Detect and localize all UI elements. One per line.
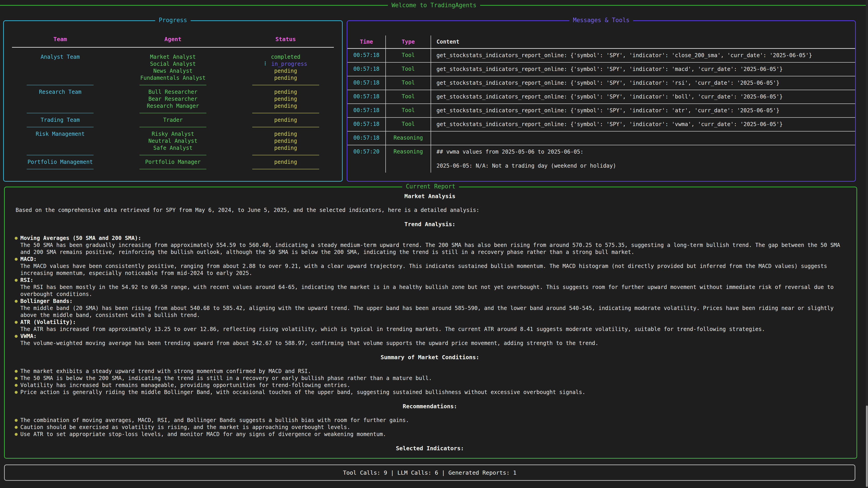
status-separator-line <box>252 85 319 86</box>
message-content-line: get_stockstats_indicators_report_online:… <box>436 93 851 100</box>
group-separator <box>4 113 342 113</box>
message-type: Tool <box>386 118 431 131</box>
bullet-text: The middle band (20 SMA) has been rising… <box>20 305 847 319</box>
bullet-icon <box>15 377 18 380</box>
bullet-icon <box>15 321 18 324</box>
column-header-content: Content <box>431 35 855 48</box>
status-separator-line <box>252 155 319 156</box>
bullet-icon <box>15 384 18 387</box>
progress-header-row: Team Agent Status <box>4 21 342 42</box>
bullet-icon <box>15 237 18 240</box>
agent-status: completed <box>229 54 342 61</box>
status-column: pendingpendingpending <box>229 89 342 109</box>
agent-column: Market AnalystSocial AnalystNews Analyst… <box>117 54 229 82</box>
team-name: Portfolio Management <box>4 159 117 166</box>
message-content-line: get_stockstats_indicators_report_online:… <box>436 52 851 59</box>
bullet-icon <box>15 370 18 373</box>
bullet-text: Use ATR to set appropriate stop-loss lev… <box>20 431 847 438</box>
progress-group-row: Analyst TeamMarket AnalystSocial Analyst… <box>4 54 342 82</box>
report-bullet: ATR (Volatility):The ATR has increased f… <box>12 319 847 333</box>
message-time: 00:57:20 <box>347 145 386 173</box>
report-bullet: Price action is generally riding the mid… <box>12 389 847 396</box>
message-content: ## vwma values from 2025-05-06 to 2025-0… <box>431 145 855 173</box>
report-bullet: Volatility has increased but remains man… <box>12 382 847 389</box>
report-bullet-list: The combination of moving averages, MACD… <box>12 417 847 438</box>
bullet-label: Bollinger Bands: <box>20 298 847 305</box>
message-content: get_stockstats_indicators_report_online:… <box>431 90 855 103</box>
bullet-text: The ATR has increased from approximately… <box>20 326 847 333</box>
status-label: in_progress <box>271 61 307 67</box>
status-separator-line <box>252 113 319 113</box>
bullet-content: ATR (Volatility):The ATR has increased f… <box>20 319 847 333</box>
report-bullet: RSI:The RSI has been mostly in the 54.92… <box>12 277 847 298</box>
bullet-text: The combination of moving averages, MACD… <box>20 417 847 424</box>
bullet-label: RSI: <box>20 277 847 284</box>
agent-name: Bear Researcher <box>117 96 229 103</box>
stats-footer-panel: Tool Calls: 9 | LLM Calls: 6 | Generated… <box>4 464 855 481</box>
message-type: Reasoning <box>386 145 431 173</box>
agent-status: pending <box>229 131 342 138</box>
report-bullet: VWMA:The volume-weighted moving average … <box>12 333 847 347</box>
status-label: pending <box>274 68 297 74</box>
agent-status: pending <box>229 103 342 109</box>
bullet-content: Price action is generally riding the mid… <box>20 389 847 396</box>
message-content <box>431 131 855 145</box>
agent-name: Trader <box>117 117 229 124</box>
status-label: completed <box>271 54 301 60</box>
message-content-line <box>436 156 851 162</box>
status-label: pending <box>274 96 297 102</box>
progress-panel: Progress Team Agent Status Analyst TeamM… <box>3 20 343 182</box>
message-time: 00:57:18 <box>347 90 386 103</box>
message-row: 00:57:18Toolget_stockstats_indicators_re… <box>347 76 855 90</box>
progress-group-row: Portfolio ManagementPortfolio Managerpen… <box>4 159 342 166</box>
scrollbar-thumb[interactable] <box>866 405 868 487</box>
status-column: completed⠇ in_progresspendingpending <box>229 54 342 82</box>
messages-panel-title: Messages & Tools <box>569 17 633 24</box>
progress-panel-title: Progress <box>155 17 191 24</box>
bullet-text: The 50 SMA has been gradually increasing… <box>20 242 847 256</box>
spinner-icon: ⠇ <box>264 61 271 67</box>
agent-status: ⠇ in_progress <box>229 61 342 68</box>
message-row: 00:57:18Toolget_stockstats_indicators_re… <box>347 118 855 131</box>
messages-panel: Messages & Tools Time Type Content 00:57… <box>347 20 856 182</box>
message-content-line: get_stockstats_indicators_report_online:… <box>436 107 851 114</box>
report-bullet: The combination of moving averages, MACD… <box>12 417 847 424</box>
status-label: pending <box>274 89 297 95</box>
bullet-icon <box>15 335 18 338</box>
message-type: Tool <box>386 63 431 76</box>
bullet-text: The MACD values have been consistently p… <box>20 263 847 277</box>
report-bullet: The market exhibits a steady upward tren… <box>12 368 847 375</box>
terminal-screen: Welcome to TradingAgents Progress Team A… <box>0 0 868 488</box>
agent-status: pending <box>229 89 342 96</box>
agent-name: Portfolio Manager <box>117 159 229 166</box>
message-content: get_stockstats_indicators_report_online:… <box>431 104 855 117</box>
message-type: Tool <box>386 104 431 117</box>
agent-name: Bull Researcher <box>117 89 229 96</box>
status-label: pending <box>274 159 297 165</box>
agent-separator-line <box>140 127 206 127</box>
report-bullet-list: The market exhibits a steady upward tren… <box>12 368 847 396</box>
scrollbar-track[interactable] <box>866 0 868 488</box>
agent-status: pending <box>229 96 342 103</box>
group-separator <box>4 85 342 86</box>
bullet-icon <box>15 279 18 282</box>
group-separator <box>4 169 342 169</box>
status-label: pending <box>274 131 297 137</box>
message-content: get_stockstats_indicators_report_online:… <box>431 63 855 76</box>
message-row: 00:57:20Reasoning## vwma values from 202… <box>347 145 855 173</box>
bullet-content: Use ATR to set appropriate stop-loss lev… <box>20 431 847 438</box>
bullet-text: Price action is generally riding the mid… <box>20 389 847 396</box>
progress-table-body: Analyst TeamMarket AnalystSocial Analyst… <box>4 54 342 169</box>
report-bullet: The 50 SMA is below the 200 SMA, indicat… <box>12 375 847 382</box>
current-report-panel: Current Report Market AnalysisBased on t… <box>4 187 857 459</box>
messages-table-body: 00:57:18Toolget_stockstats_indicators_re… <box>347 49 855 173</box>
message-time: 00:57:18 <box>347 131 386 145</box>
bullet-label: Moving Averages (50 SMA and 200 SMA): <box>20 235 847 242</box>
agent-separator-line <box>140 113 206 113</box>
agent-status: pending <box>229 74 342 82</box>
agent-status: pending <box>229 68 342 74</box>
message-content-line <box>436 135 851 142</box>
group-separator <box>4 127 342 127</box>
column-header-agent: Agent <box>117 36 229 42</box>
message-content: get_stockstats_indicators_report_online:… <box>431 76 855 90</box>
